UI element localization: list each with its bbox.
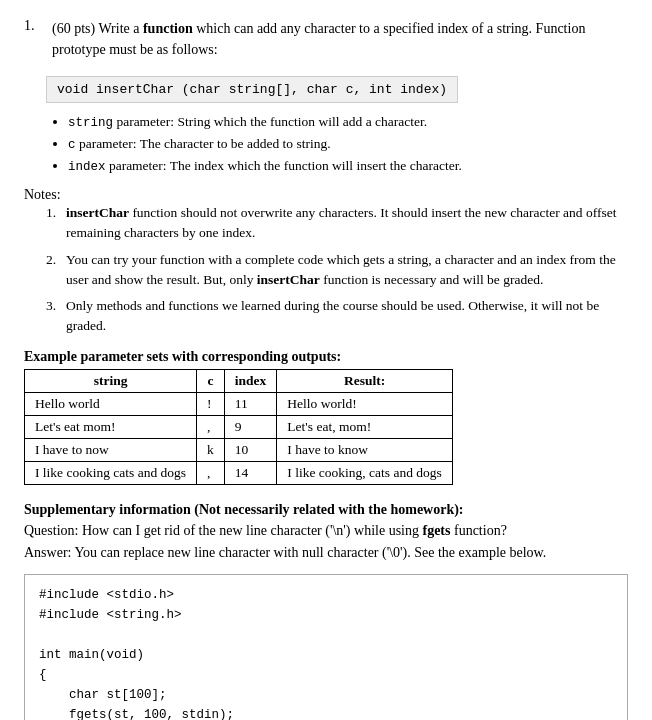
note-2: You can try your function with a complet… bbox=[46, 250, 628, 291]
param-string-desc: parameter: String which the function wil… bbox=[116, 114, 427, 129]
example-title-text: Example parameter sets with correspondin… bbox=[24, 349, 341, 364]
code-content: #include <stdio.h> #include <string.h> i… bbox=[39, 588, 264, 720]
col-string: string bbox=[25, 369, 197, 392]
param-string: string parameter: String which the funct… bbox=[68, 111, 628, 133]
notes-title: Notes: bbox=[24, 187, 61, 202]
pts-label: (60 pts) bbox=[52, 21, 95, 36]
supp-fgets: fgets bbox=[422, 523, 450, 538]
supp-answer-line: Answer: You can replace new line charact… bbox=[24, 542, 628, 564]
col-c: c bbox=[197, 369, 225, 392]
table-row: Hello world!11Hello world! bbox=[25, 392, 453, 415]
table-cell: , bbox=[197, 461, 225, 484]
col-index: index bbox=[224, 369, 277, 392]
supp-title-line: Supplementary information (Not necessari… bbox=[24, 499, 628, 521]
supp-a-text: Answer: You can replace new line charact… bbox=[24, 545, 546, 560]
table-cell: I like cooking, cats and dogs bbox=[277, 461, 452, 484]
prototype-code: void insertChar (char string[], char c, … bbox=[46, 76, 458, 103]
table-body: Hello world!11Hello world!Let's eat mom!… bbox=[25, 392, 453, 484]
supp-q-text1: Question: How can I get rid of the new l… bbox=[24, 523, 422, 538]
param-index: index parameter: The index which the fun… bbox=[68, 155, 628, 177]
table-cell: 14 bbox=[224, 461, 277, 484]
param-string-code: string bbox=[68, 116, 113, 130]
table-cell: Hello world! bbox=[277, 392, 452, 415]
question-header: 1. (60 pts) Write a function which can a… bbox=[24, 18, 628, 60]
note-1: insertChar function should not overwrite… bbox=[46, 203, 628, 244]
table-row: I like cooking cats and dogs,14I like co… bbox=[25, 461, 453, 484]
param-c-desc: parameter: The character to be added to … bbox=[79, 136, 331, 151]
note-3-text: Only methods and functions we learned du… bbox=[66, 298, 599, 333]
supp-question-line: Question: How can I get rid of the new l… bbox=[24, 520, 628, 542]
table-cell: Let's eat, mom! bbox=[277, 415, 452, 438]
param-index-code: index bbox=[68, 160, 106, 174]
supplementary-section: Supplementary information (Not necessari… bbox=[24, 499, 628, 564]
table-cell: k bbox=[197, 438, 225, 461]
param-c: c parameter: The character to be added t… bbox=[68, 133, 628, 155]
table-header-row: string c index Result: bbox=[25, 369, 453, 392]
table-row: Let's eat mom!,9Let's eat, mom! bbox=[25, 415, 453, 438]
param-list: string parameter: String which the funct… bbox=[68, 111, 628, 177]
table-cell: Let's eat mom! bbox=[25, 415, 197, 438]
supp-q-text2: function? bbox=[454, 523, 507, 538]
table-cell: I have to know bbox=[277, 438, 452, 461]
note-1-bold: insertChar bbox=[66, 205, 129, 220]
code-block: #include <stdio.h> #include <string.h> i… bbox=[24, 574, 628, 720]
table-cell: 11 bbox=[224, 392, 277, 415]
note-1-text: function should not overwrite any charac… bbox=[66, 205, 616, 240]
note-2-bold: insertChar bbox=[257, 272, 320, 287]
table-cell: Hello world bbox=[25, 392, 197, 415]
table-cell: ! bbox=[197, 392, 225, 415]
param-c-code: c bbox=[68, 138, 76, 152]
write-label: Write a bbox=[98, 21, 143, 36]
table-cell: I have to now bbox=[25, 438, 197, 461]
example-table: string c index Result: Hello world!11Hel… bbox=[24, 369, 453, 485]
table-cell: 9 bbox=[224, 415, 277, 438]
supp-title: Supplementary information (Not necessari… bbox=[24, 502, 464, 517]
note-2-text2: function is necessary and will be graded… bbox=[323, 272, 543, 287]
question-text: (60 pts) Write a function which can add … bbox=[52, 18, 628, 60]
table-row: I have to nowk10I have to know bbox=[25, 438, 453, 461]
example-title: Example parameter sets with correspondin… bbox=[24, 349, 628, 365]
table-cell: 10 bbox=[224, 438, 277, 461]
notes-list: insertChar function should not overwrite… bbox=[46, 203, 628, 337]
col-result: Result: bbox=[277, 369, 452, 392]
table-cell: , bbox=[197, 415, 225, 438]
question-container: 1. (60 pts) Write a function which can a… bbox=[24, 18, 628, 720]
question-number-label: 1. bbox=[24, 18, 46, 60]
notes-section: Notes: insertChar function should not ov… bbox=[24, 187, 628, 337]
param-index-desc: parameter: The index which the function … bbox=[109, 158, 462, 173]
note-3: Only methods and functions we learned du… bbox=[46, 296, 628, 337]
table-cell: I like cooking cats and dogs bbox=[25, 461, 197, 484]
function-bold: function bbox=[143, 21, 193, 36]
